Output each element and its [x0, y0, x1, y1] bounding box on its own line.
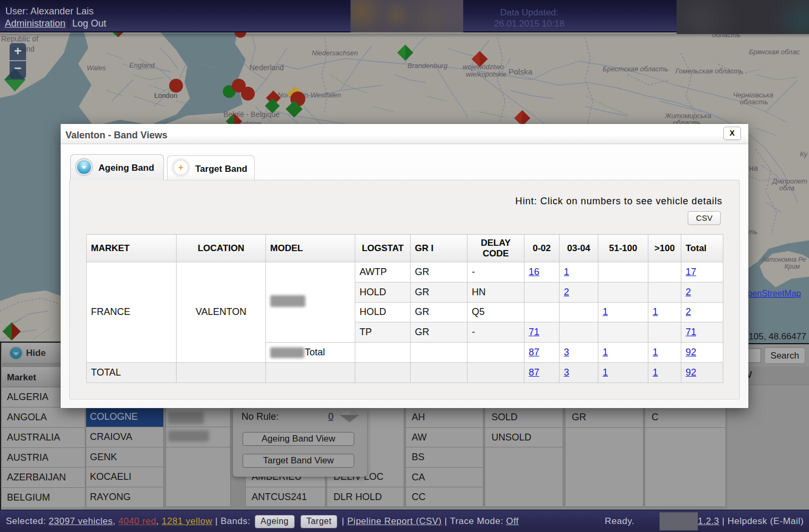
svg-text:Брянская облас: Брянская облас [749, 48, 800, 56]
svg-text:Niedersachsen: Niedersachsen [312, 49, 358, 57]
svg-text:Brandenburg: Brandenburg [407, 62, 448, 70]
svg-text:Polska: Polska [508, 67, 533, 76]
svg-text:обла: обла [779, 184, 795, 192]
svg-text:Nordrhein-Westfalen: Nordrhein-Westfalen [278, 91, 341, 99]
svg-text:40105, 48.66477: 40105, 48.66477 [738, 331, 806, 342]
svg-text:Автономна Ре: Автономна Ре [761, 256, 806, 263]
svg-text:London: London [154, 92, 177, 99]
svg-text:Ку: Ку [800, 150, 808, 158]
svg-text:wielkopolskie: wielkopolskie [466, 70, 507, 78]
svg-text:Nederland: Nederland [249, 63, 284, 72]
svg-text:Брестская область: Брестская область [603, 65, 669, 73]
svg-text:Wales: Wales [87, 64, 106, 72]
svg-text:Гомельская область: Гомельская область [675, 67, 743, 75]
svg-text:Крим: Крим [785, 263, 800, 270]
svg-text:OpenStreetMap: OpenStreetMap [741, 289, 801, 298]
svg-text:область: область [740, 98, 768, 106]
svg-text:województwo: województwo [463, 63, 504, 71]
svg-text:England: England [129, 61, 155, 69]
